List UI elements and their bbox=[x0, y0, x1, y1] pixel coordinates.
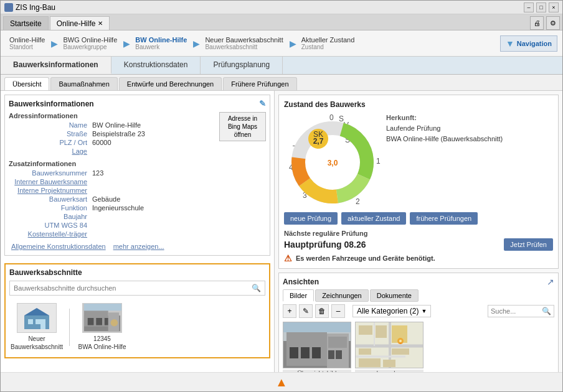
edit-image-button[interactable]: ✎ bbox=[299, 304, 313, 318]
page-tab-fruehere[interactable]: Frühere Prüfungen bbox=[223, 77, 296, 90]
nav-item-online-hilfe[interactable]: Online-Hilfe Standort ▶ bbox=[6, 35, 59, 52]
nav-arrow-1: ▶ bbox=[51, 39, 58, 49]
minus-image-button[interactable]: – bbox=[331, 304, 345, 318]
minimize-button[interactable]: – bbox=[524, 2, 534, 12]
zusatz-group: Zusatzinformationen Bauwerksnummer 123 I… bbox=[9, 160, 215, 238]
edit-icon[interactable]: ✎ bbox=[259, 99, 266, 108]
maximize-button[interactable]: □ bbox=[536, 2, 546, 12]
navigation-button[interactable]: ▼ Navigation bbox=[500, 35, 557, 52]
ansichten-img-uebersicht[interactable]: Übersichtsbild bbox=[283, 322, 351, 372]
nav-item-bw[interactable]: BW Online-Hilfe Bauwerk ▶ bbox=[131, 35, 201, 52]
bwa-search-icon: 🔍 bbox=[248, 281, 265, 295]
page-tab-uebersicht[interactable]: Übersicht bbox=[4, 77, 49, 90]
nav-item-bwa-content[interactable]: Neuer Bauwerksabschnitt Bauwerksabschnit… bbox=[201, 35, 286, 52]
ansichten-external-icon[interactable]: ↗ bbox=[547, 277, 554, 287]
mehr-anzeigen-link[interactable]: mehr anzeigen... bbox=[113, 243, 164, 250]
delete-image-button[interactable]: 🗑 bbox=[315, 304, 329, 318]
ansichten-tab-bilder[interactable]: Bilder bbox=[283, 289, 314, 302]
page-tabs: Übersicht Baumaßnahmen Entwürfe und Bere… bbox=[1, 75, 562, 91]
svg-rect-39 bbox=[312, 347, 321, 358]
svg-point-13 bbox=[111, 319, 118, 327]
nav-item-bwg[interactable]: BWG Online-Hilfe Bauwerkgruppe ▶ bbox=[59, 35, 131, 52]
naechste-pruefung-title: Nächste reguläre Prüfung bbox=[284, 230, 553, 237]
neue-pruefung-button[interactable]: neue Prüfung bbox=[284, 212, 338, 225]
navigation-label: Navigation bbox=[517, 40, 552, 47]
info-row-strasse: Straße Beispielstraße 23 bbox=[9, 130, 215, 138]
bwa-item-neu[interactable]: Neuer Bauwerksabschnitt bbox=[12, 303, 62, 351]
filter-dropdown[interactable]: Alle Kategorien (2) ▼ bbox=[352, 305, 431, 317]
tab-startseite[interactable]: Startseite bbox=[3, 16, 49, 30]
herkunft-value: Laufende PrüfungBWA Online-Hilfe (Bauwer… bbox=[386, 123, 553, 144]
zustand-title: Zustand des Bauwerks bbox=[284, 100, 553, 109]
app-title: ZIS Ing-Bau bbox=[16, 3, 55, 12]
section-tab-bauwerksinformationen[interactable]: Bauwerksinformationen bbox=[1, 57, 111, 74]
info-row-baujahr: Baujahr bbox=[9, 213, 215, 220]
filter-label: Alle Kategorien (2) bbox=[357, 307, 419, 315]
label-plz: PLZ / Ort bbox=[11, 139, 92, 146]
ansichten-tab-dokumente[interactable]: Dokumente bbox=[370, 289, 419, 302]
info-row-bwnr: Bauwerksnummer 123 bbox=[9, 169, 215, 177]
page-tab-entwuerfe[interactable]: Entwürfe und Berechnungen bbox=[119, 77, 222, 90]
svg-rect-12 bbox=[84, 304, 121, 311]
svg-text:2: 2 bbox=[356, 197, 360, 206]
nav-item-zustand-content[interactable]: Aktueller Zustand Zustand bbox=[298, 35, 359, 52]
label-konstruktion[interactable]: Allgemeine Konstruktionsdaten bbox=[11, 243, 111, 250]
title-bar: ZIS Ing-Bau – □ × bbox=[1, 1, 562, 14]
print-button[interactable]: 🖨 bbox=[530, 16, 544, 30]
bing-maps-button[interactable]: Adresse inBing Mapsöffnen bbox=[219, 112, 266, 141]
ansichten-search-box[interactable]: 🔍 bbox=[488, 305, 554, 317]
svg-text:3,0: 3,0 bbox=[328, 159, 338, 167]
aktueller-zustand-button[interactable]: aktueller Zustand bbox=[341, 212, 406, 225]
ansichten-tab-zeichnungen[interactable]: Zeichnungen bbox=[315, 289, 369, 302]
label-name: Name bbox=[11, 121, 92, 129]
value-plz: 60000 bbox=[92, 139, 111, 146]
tab-online-hilfe-close[interactable]: ✕ bbox=[98, 20, 103, 27]
hauptpruefung-label: Hauptprüfung 08.26 bbox=[284, 240, 366, 250]
bwa-search-input[interactable] bbox=[10, 282, 248, 294]
label-utm: UTM WGS 84 bbox=[11, 222, 92, 229]
nav-item-bw-label: BW Online-Hilfe bbox=[135, 36, 187, 44]
settings-button[interactable]: ⚙ bbox=[546, 16, 560, 30]
tab-online-hilfe[interactable]: Online-Hilfe ✕ bbox=[50, 16, 110, 30]
label-lage[interactable]: Lage bbox=[11, 147, 92, 155]
nav-item-bwa-sublabel: Bauwerksabschnitt bbox=[205, 44, 283, 50]
label-projnr[interactable]: Interne Projektnummer bbox=[11, 187, 92, 194]
bwa-search-box[interactable]: 🔍 bbox=[9, 281, 265, 296]
pruefung-buttons: neue Prüfung aktueller Zustand frühere P… bbox=[284, 212, 553, 225]
nav-item-bw-content[interactable]: BW Online-Hilfe Bauwerk bbox=[131, 35, 191, 52]
donut-svg: S V P Sch 0 1 2 3 4 bbox=[284, 114, 384, 210]
ansichten-img-lageplan[interactable]: Lageplan bbox=[355, 322, 423, 372]
nav-item-bwg-content[interactable]: BWG Online-Hilfe Bauwerkgruppe bbox=[59, 35, 121, 52]
close-button[interactable]: × bbox=[549, 2, 559, 12]
label-kosten[interactable]: Kostenstelle/-träger bbox=[11, 230, 92, 238]
bwa-item-12345[interactable]: 12345BWA Online-Hilfe bbox=[77, 303, 127, 351]
nav-item-online-hilfe-content[interactable]: Online-Hilfe Standort bbox=[6, 35, 49, 52]
info-row-bwart: Bauwerksart Gebäude bbox=[9, 195, 215, 203]
ansichten-toolbar: + ✎ 🗑 – Alle Kategorien (2) ▼ 🔍 bbox=[283, 304, 554, 318]
adress-group: Adressinformationen Name BW Online-Hilfe… bbox=[9, 112, 215, 155]
nav-item-bwg-label: BWG Online-Hilfe bbox=[63, 36, 117, 44]
add-image-button[interactable]: + bbox=[283, 304, 296, 318]
svg-rect-3 bbox=[35, 319, 40, 324]
ansichten-img-lageplan-label: Lageplan bbox=[355, 370, 423, 372]
adress-group-title: Adressinformationen bbox=[9, 112, 215, 119]
ansichten-img-lageplan-thumb bbox=[355, 322, 423, 368]
title-bar-controls[interactable]: – □ × bbox=[524, 2, 559, 12]
svg-rect-8 bbox=[88, 318, 94, 325]
nav-item-zustand[interactable]: Aktueller Zustand Zustand bbox=[298, 35, 359, 52]
ansichten-search-icon[interactable]: 🔍 bbox=[539, 306, 554, 317]
page-tab-baumassnahmen[interactable]: Baumaßnahmen bbox=[50, 77, 117, 90]
label-intbwname[interactable]: Interner Bauwerksname bbox=[11, 178, 92, 185]
section-tab-konstruktionsdaten[interactable]: Konstruktionsdaten bbox=[111, 57, 201, 74]
bwa-title: Bauwerksabschnitte bbox=[9, 268, 265, 277]
svg-rect-59 bbox=[392, 325, 407, 343]
jetzt-pruefen-button[interactable]: Jetzt Prüfen bbox=[504, 238, 553, 251]
bauwerksabschnitte-section: Bauwerksabschnitte 🔍 bbox=[4, 263, 270, 358]
fruehere-pruefungen-button[interactable]: frühere Prüfungen bbox=[410, 212, 478, 225]
svg-text:2,7: 2,7 bbox=[313, 137, 324, 146]
section-tab-pruefungsplanung[interactable]: Prüfungsplanung bbox=[201, 57, 283, 74]
nav-item-bwa[interactable]: Neuer Bauwerksabschnitt Bauwerksabschnit… bbox=[201, 35, 297, 52]
ansichten-search-input[interactable] bbox=[488, 306, 538, 316]
nav-item-bwg-sublabel: Bauwerkgruppe bbox=[63, 44, 117, 50]
value-name: BW Online-Hilfe bbox=[92, 121, 141, 129]
